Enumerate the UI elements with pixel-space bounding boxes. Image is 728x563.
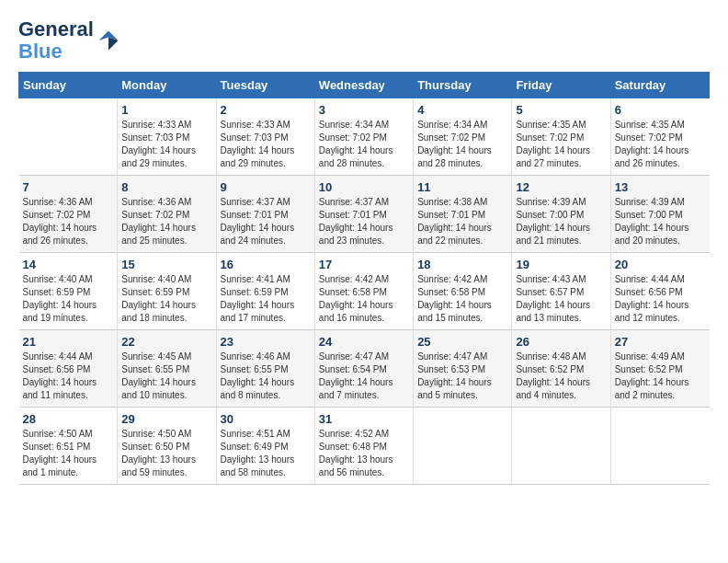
day-info: Sunrise: 4:48 AM Sunset: 6:52 PM Dayligh… (516, 350, 606, 402)
calendar-cell: 15Sunrise: 4:40 AM Sunset: 6:59 PM Dayli… (118, 253, 216, 330)
calendar-cell: 27Sunrise: 4:49 AM Sunset: 6:52 PM Dayli… (610, 330, 709, 408)
calendar-cell: 16Sunrise: 4:41 AM Sunset: 6:59 PM Dayli… (216, 253, 314, 330)
day-info: Sunrise: 4:46 AM Sunset: 6:55 PM Dayligh… (221, 350, 311, 402)
day-number: 11 (417, 180, 507, 194)
day-of-week-friday: Friday (512, 73, 610, 98)
day-info: Sunrise: 4:37 AM Sunset: 7:01 PM Dayligh… (319, 196, 409, 247)
calendar-cell: 9Sunrise: 4:37 AM Sunset: 7:01 PM Daylig… (216, 176, 314, 253)
day-info: Sunrise: 4:40 AM Sunset: 6:59 PM Dayligh… (23, 273, 114, 325)
day-number: 10 (319, 180, 409, 194)
calendar-cell: 10Sunrise: 4:37 AM Sunset: 7:01 PM Dayli… (314, 176, 413, 253)
day-of-week-saturday: Saturday (610, 73, 709, 98)
day-number: 9 (221, 180, 311, 194)
day-number: 29 (121, 412, 211, 426)
day-number: 6 (615, 103, 706, 117)
day-number: 19 (516, 258, 606, 271)
day-info: Sunrise: 4:42 AM Sunset: 6:58 PM Dayligh… (417, 273, 507, 325)
calendar-cell: 6Sunrise: 4:35 AM Sunset: 7:02 PM Daylig… (610, 98, 709, 176)
day-of-week-wednesday: Wednesday (314, 73, 413, 98)
day-info: Sunrise: 4:33 AM Sunset: 7:03 PM Dayligh… (221, 119, 311, 170)
day-info: Sunrise: 4:37 AM Sunset: 7:01 PM Dayligh… (221, 196, 311, 247)
day-info: Sunrise: 4:36 AM Sunset: 7:02 PM Dayligh… (121, 196, 211, 247)
calendar-cell: 17Sunrise: 4:42 AM Sunset: 6:58 PM Dayli… (314, 253, 413, 330)
calendar-cell: 4Sunrise: 4:34 AM Sunset: 7:02 PM Daylig… (414, 98, 512, 176)
calendar-cell (512, 408, 610, 485)
day-number: 14 (23, 258, 114, 271)
day-info: Sunrise: 4:39 AM Sunset: 7:00 PM Dayligh… (516, 196, 606, 247)
calendar-week-row: 28Sunrise: 4:50 AM Sunset: 6:51 PM Dayli… (19, 408, 710, 485)
calendar-cell: 29Sunrise: 4:50 AM Sunset: 6:50 PM Dayli… (118, 408, 216, 485)
calendar-cell: 12Sunrise: 4:39 AM Sunset: 7:00 PM Dayli… (512, 176, 610, 253)
day-number: 1 (121, 103, 211, 117)
calendar-cell: 13Sunrise: 4:39 AM Sunset: 7:00 PM Dayli… (610, 176, 709, 253)
day-info: Sunrise: 4:43 AM Sunset: 6:57 PM Dayligh… (516, 273, 606, 325)
day-number: 4 (417, 103, 507, 117)
day-number: 17 (319, 258, 409, 271)
day-number: 21 (23, 335, 114, 349)
day-number: 26 (516, 335, 606, 349)
day-number: 2 (221, 103, 311, 117)
day-number: 8 (121, 180, 211, 194)
day-info: Sunrise: 4:44 AM Sunset: 6:56 PM Dayligh… (615, 273, 706, 325)
day-of-week-monday: Monday (118, 73, 216, 98)
day-info: Sunrise: 4:33 AM Sunset: 7:03 PM Dayligh… (121, 119, 211, 170)
calendar-cell: 2Sunrise: 4:33 AM Sunset: 7:03 PM Daylig… (216, 98, 314, 176)
calendar-cell: 19Sunrise: 4:43 AM Sunset: 6:57 PM Dayli… (512, 253, 610, 330)
logo-icon (96, 28, 121, 53)
day-info: Sunrise: 4:44 AM Sunset: 6:56 PM Dayligh… (23, 350, 114, 402)
calendar-cell: 23Sunrise: 4:46 AM Sunset: 6:55 PM Dayli… (216, 330, 314, 408)
day-info: Sunrise: 4:35 AM Sunset: 7:02 PM Dayligh… (615, 119, 706, 170)
calendar-cell: 24Sunrise: 4:47 AM Sunset: 6:54 PM Dayli… (314, 330, 413, 408)
calendar-week-row: 21Sunrise: 4:44 AM Sunset: 6:56 PM Dayli… (19, 330, 710, 408)
calendar-cell (610, 408, 709, 485)
day-number: 24 (319, 335, 409, 349)
day-number: 3 (319, 103, 409, 117)
calendar-cell: 31Sunrise: 4:52 AM Sunset: 6:48 PM Dayli… (314, 408, 413, 485)
day-info: Sunrise: 4:50 AM Sunset: 6:51 PM Dayligh… (23, 428, 114, 479)
calendar-week-row: 14Sunrise: 4:40 AM Sunset: 6:59 PM Dayli… (19, 253, 710, 330)
calendar-cell: 11Sunrise: 4:38 AM Sunset: 7:01 PM Dayli… (414, 176, 512, 253)
day-info: Sunrise: 4:47 AM Sunset: 6:53 PM Dayligh… (417, 350, 507, 402)
day-number: 20 (615, 258, 706, 271)
day-number: 27 (615, 335, 706, 349)
calendar-cell: 26Sunrise: 4:48 AM Sunset: 6:52 PM Dayli… (512, 330, 610, 408)
day-number: 12 (516, 180, 606, 194)
calendar-cell (19, 98, 118, 176)
day-number: 25 (417, 335, 507, 349)
day-info: Sunrise: 4:45 AM Sunset: 6:55 PM Dayligh… (121, 350, 211, 402)
calendar-cell: 20Sunrise: 4:44 AM Sunset: 6:56 PM Dayli… (610, 253, 709, 330)
day-number: 30 (221, 412, 311, 426)
calendar-cell: 28Sunrise: 4:50 AM Sunset: 6:51 PM Dayli… (19, 408, 118, 485)
day-info: Sunrise: 4:34 AM Sunset: 7:02 PM Dayligh… (417, 119, 507, 170)
calendar-cell: 5Sunrise: 4:35 AM Sunset: 7:02 PM Daylig… (512, 98, 610, 176)
day-of-week-sunday: Sunday (19, 73, 118, 98)
day-info: Sunrise: 4:47 AM Sunset: 6:54 PM Dayligh… (319, 350, 409, 402)
day-info: Sunrise: 4:49 AM Sunset: 6:52 PM Dayligh… (615, 350, 706, 402)
day-info: Sunrise: 4:52 AM Sunset: 6:48 PM Dayligh… (319, 428, 409, 479)
day-info: Sunrise: 4:40 AM Sunset: 6:59 PM Dayligh… (121, 273, 211, 325)
day-info: Sunrise: 4:35 AM Sunset: 7:02 PM Dayligh… (516, 119, 606, 170)
day-info: Sunrise: 4:39 AM Sunset: 7:00 PM Dayligh… (615, 196, 706, 247)
day-number: 13 (615, 180, 706, 194)
calendar-week-row: 1Sunrise: 4:33 AM Sunset: 7:03 PM Daylig… (19, 98, 710, 176)
day-number: 22 (121, 335, 211, 349)
day-info: Sunrise: 4:50 AM Sunset: 6:50 PM Dayligh… (121, 428, 211, 479)
calendar-cell: 14Sunrise: 4:40 AM Sunset: 6:59 PM Dayli… (19, 253, 118, 330)
day-info: Sunrise: 4:34 AM Sunset: 7:02 PM Dayligh… (319, 119, 409, 170)
day-number: 18 (417, 258, 507, 271)
calendar-cell: 25Sunrise: 4:47 AM Sunset: 6:53 PM Dayli… (414, 330, 512, 408)
calendar-cell: 3Sunrise: 4:34 AM Sunset: 7:02 PM Daylig… (314, 98, 413, 176)
day-number: 5 (516, 103, 606, 117)
day-number: 15 (121, 258, 211, 271)
day-number: 31 (319, 412, 409, 426)
calendar-week-row: 7Sunrise: 4:36 AM Sunset: 7:02 PM Daylig… (19, 176, 710, 253)
calendar-cell: 22Sunrise: 4:45 AM Sunset: 6:55 PM Dayli… (118, 330, 216, 408)
logo: GeneralBlue (18, 18, 121, 63)
day-number: 7 (23, 180, 114, 194)
day-of-week-tuesday: Tuesday (216, 73, 314, 98)
day-info: Sunrise: 4:41 AM Sunset: 6:59 PM Dayligh… (221, 273, 311, 325)
header: GeneralBlue (18, 18, 710, 63)
day-number: 16 (221, 258, 311, 271)
calendar-cell: 18Sunrise: 4:42 AM Sunset: 6:58 PM Dayli… (414, 253, 512, 330)
calendar-cell (414, 408, 512, 485)
